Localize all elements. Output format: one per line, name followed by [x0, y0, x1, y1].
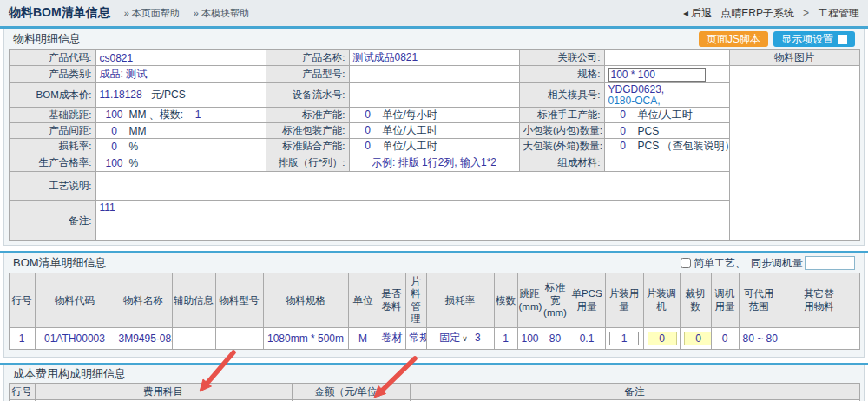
std-capacity-value: 0单位/每小时 — [349, 108, 519, 123]
bom-per-pcs-usage: 0.1 — [569, 327, 605, 349]
spec-input[interactable] — [608, 68, 706, 82]
field-label: 产品类别: — [9, 66, 95, 83]
material-image-header: 物料图片 — [729, 50, 859, 66]
field-label: 相关模具号: — [519, 83, 604, 108]
field-label: 小包装(内包)数量: — [519, 123, 604, 139]
remark-value: 111 — [95, 201, 729, 241]
breadcrumb-module[interactable]: 工程管理 — [818, 6, 859, 21]
loss-rate-value: 0% — [95, 139, 266, 154]
sync-adjust-input[interactable] — [805, 256, 855, 270]
field-label: 排版（行*列）: — [266, 154, 349, 172]
field-label: 生产合格率: — [9, 154, 95, 172]
bom-unit: M — [348, 327, 378, 349]
bom-col-header: 损耗率 — [426, 273, 494, 328]
cut-count-input[interactable] — [684, 332, 712, 345]
mold-number-value: YDGD0623, 0180-OCA, — [604, 83, 729, 108]
bom-pitch: 100 — [517, 327, 542, 349]
top-header-bar: 物料BOM清单信息 » 本页面帮助 » 本模块帮助 ◂ 后退 点晴ERP子系统 … — [0, 0, 868, 26]
loss-rate-value: 3 — [475, 332, 481, 344]
bom-panel-title: BOM清单明细信息 — [13, 255, 107, 271]
page-help-link[interactable]: » 本页面帮助 — [124, 7, 180, 20]
bom-col-header: 物料规格 — [263, 273, 348, 328]
sheet-adjust-input[interactable] — [648, 332, 677, 345]
material-detail-panel: 物料明细信息 页面JS脚本 显示项设置 产品代码: cs0821 产品名称: 测… — [3, 29, 865, 246]
display-settings-button[interactable]: 显示项设置 — [773, 31, 855, 47]
breadcrumb-separator: > — [803, 7, 809, 19]
bom-substitute-range: 80 ~ 80 — [739, 327, 779, 349]
sheet-usage-input[interactable] — [609, 332, 639, 345]
product-gap-value: 0MM — [95, 123, 266, 139]
bom-material-model — [215, 327, 263, 349]
bom-modulus: 1 — [494, 327, 517, 349]
field-label: 产品间距: — [9, 123, 95, 139]
materials-value — [604, 154, 729, 172]
breadcrumb-system[interactable]: 点晴ERP子系统 — [720, 6, 794, 21]
std-manual-capacity-value: 0单位/人工时 — [604, 108, 729, 123]
simple-process-label: 简单工艺、 — [694, 256, 746, 271]
field-label: 基础跳距: — [9, 108, 95, 123]
page-js-script-button[interactable]: 页面JS脚本 — [699, 31, 768, 47]
field-label: 产品型号: — [266, 66, 349, 83]
process-note-value — [95, 172, 729, 201]
cost-col-header: 备注 — [410, 383, 859, 399]
page-title: 物料BOM清单信息 — [9, 5, 110, 21]
bom-sheet-mgmt: 常规管理 — [405, 327, 426, 349]
bom-material-code: 01ATH00003 — [35, 327, 115, 349]
cost-col-header: 行号 — [9, 383, 35, 399]
field-label: 损耗率: — [9, 139, 95, 154]
bom-col-header: 标准宽 (mm) — [542, 273, 569, 328]
bom-col-header: 物料名称 — [115, 273, 172, 328]
field-label: 备注: — [9, 201, 95, 241]
bom-col-header: 调机 用量 — [711, 273, 739, 328]
bom-col-header: 单PCS 用量 — [569, 273, 605, 328]
pass-rate-value: 100% — [95, 154, 266, 172]
field-label: 设备流水号: — [266, 83, 349, 108]
bom-col-header: 物料代码 — [35, 273, 115, 328]
base-pitch-value: 100MM 、模数:1 — [95, 108, 266, 123]
simple-process-checkbox[interactable] — [681, 258, 691, 268]
bom-col-header: 跳距 (mm) — [517, 273, 542, 328]
product-code-value: cs0821 — [95, 50, 266, 66]
display-settings-checkbox[interactable] — [838, 35, 847, 44]
loss-mode-select[interactable]: 固定∨ — [439, 332, 468, 344]
bom-col-header: 物料型号 — [215, 273, 263, 328]
bom-cost-value: 11.18128 元/PCS — [95, 83, 266, 108]
module-help-link[interactable]: » 本模块帮助 — [194, 7, 249, 20]
field-label: 标准贴合产能: — [266, 139, 349, 154]
bom-col-header: 其它替 用物料 — [779, 273, 859, 328]
bom-col-header: 单位 — [348, 273, 378, 328]
product-category-value: 成品: 测试 — [95, 66, 266, 83]
field-label: 标准包装产能: — [266, 123, 349, 139]
bom-material-spec: 1080mm * 500m — [263, 327, 348, 349]
cost-breakdown-panel: 成本费用构成明细信息 行号 费用科目 金额（元/单位） 备注 1 原材料费用 0… — [3, 365, 865, 401]
field-label: 工艺说明: — [9, 172, 95, 201]
cost-panel-title: 成本费用构成明细信息 — [13, 366, 126, 382]
bom-list-panel: BOM清单明细信息 简单工艺、 同步调机量 行号 物料代码 物料名称 辅助信息 … — [3, 253, 865, 358]
product-name-value: 测试成品0821 — [349, 50, 519, 66]
bom-col-header: 裁切数 — [680, 273, 711, 328]
bom-aux-info — [172, 327, 215, 349]
field-label: 产品代码: — [9, 50, 95, 66]
cost-col-header: 金额（元/单位） — [292, 383, 410, 399]
topbar-right: ◂ 后退 点晴ERP子系统 > 工程管理 — [683, 6, 859, 21]
sync-adjust-label: 同步调机量 — [751, 256, 803, 271]
mold-number-1: YDGD0623, — [608, 84, 726, 95]
outer-pack-qty-value: 0PCS （查包装说明） — [604, 139, 729, 154]
bom-material-name: 3M9495-082 — [115, 327, 172, 349]
field-label: 大包装(外箱)数量: — [519, 139, 604, 154]
mold-number-2-link[interactable]: 0180-OCA, — [608, 95, 726, 107]
field-label: BOM成本价: — [9, 83, 95, 108]
field-label: 规格: — [519, 66, 604, 83]
bom-list-table: 行号 物料代码 物料名称 辅助信息 物料型号 物料规格 单位 是否 卷料 片料 … — [9, 273, 860, 350]
bom-other-substitute — [779, 327, 859, 349]
bom-line-no: 1 — [9, 327, 35, 349]
field-label: 标准手工产能: — [519, 108, 604, 123]
back-link[interactable]: ◂ 后退 — [683, 6, 712, 21]
field-label: 标准产能: — [266, 108, 349, 123]
bom-options: 简单工艺、 同步调机量 — [681, 256, 855, 271]
bom-table-row: 1 01ATH00003 3M9495-082 1080mm * 500m M … — [9, 327, 859, 349]
cost-col-header: 费用科目 — [35, 383, 292, 399]
bom-col-header: 模数 — [494, 273, 517, 328]
product-model-value — [349, 66, 519, 83]
bom-is-roll: 卷材 — [378, 327, 405, 349]
